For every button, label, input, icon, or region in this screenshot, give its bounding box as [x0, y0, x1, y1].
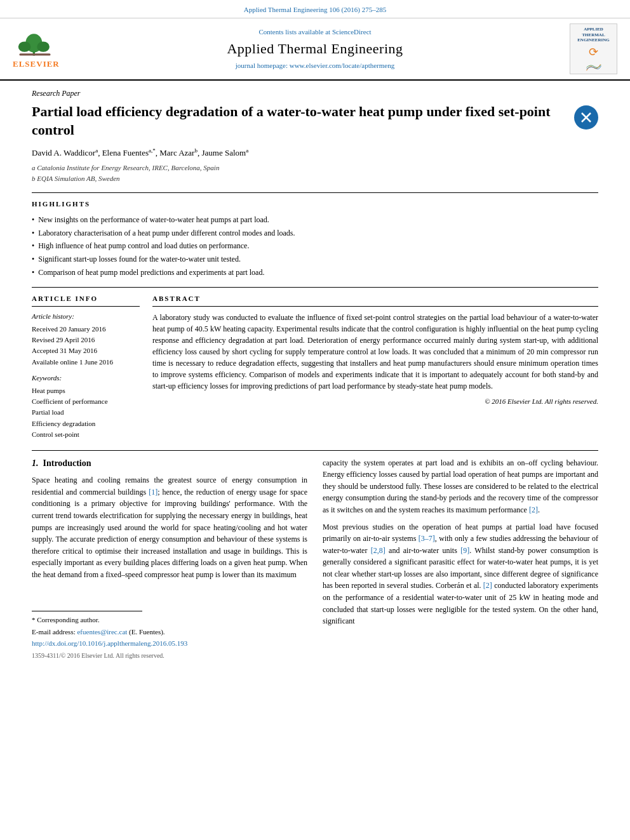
paper-title-row: Partial load efficiency degradation of a… [32, 103, 598, 139]
revised-date: Revised 29 April 2016 [32, 335, 140, 345]
journal-top-bar: Applied Thermal Engineering 106 (2016) 2… [0, 0, 630, 18]
journal-title-area: Contents lists available at ScienceDirec… [70, 27, 560, 71]
abstract-title: ABSTRACT [152, 294, 598, 307]
highlight-4: • Significant start-up losses found for … [32, 254, 598, 265]
available-date: Available online 1 June 2016 [32, 357, 140, 367]
cite-2-8: [2,8] [371, 546, 385, 555]
affiliations: a Catalonia Institute for Energy Researc… [32, 163, 598, 184]
intro-heading: 1. Introduction [32, 457, 307, 470]
footnote-email-link[interactable]: efuentes@irec.cat [77, 628, 127, 636]
crossmark-area [570, 103, 598, 130]
footnote-email-line: E-mail address: efuentes@irec.cat (E. Fu… [32, 627, 307, 637]
highlight-5: • Comparison of heat pump model predicti… [32, 267, 598, 278]
received-date: Received 20 January 2016 [32, 324, 140, 334]
highlights-section: HIGHLIGHTS • New insights on the perform… [32, 199, 598, 277]
journal-citation-link[interactable]: Applied Thermal Engineering 106 (2016) 2… [244, 6, 386, 13]
logo-box-title: APPLIED THERMAL ENGINEERING [577, 27, 610, 43]
crossmark-badge [574, 105, 598, 130]
logo-box-svg [576, 63, 611, 72]
intro-para2: capacity the system operates at part loa… [323, 457, 598, 516]
keyword-3: Partial load [32, 408, 140, 417]
authors-line: David A. Waddicora, Elena Fuentesa,*, Ma… [32, 147, 598, 159]
intro-title: Introduction [43, 458, 91, 468]
divider-after-affiliations [32, 192, 598, 193]
accepted-date: Accepted 31 May 2016 [32, 346, 140, 356]
keyword-1: Heat pumps [32, 386, 140, 396]
article-info-section: ARTICLE INFO Article history: Received 2… [32, 294, 140, 441]
footnote-area-left: * Corresponding author. E-mail address: … [32, 585, 307, 660]
issn-copyright: 1359-4311/© 2016 Elsevier Ltd. All right… [32, 651, 307, 660]
elsevier-tree-icon [13, 29, 57, 57]
bullet-3: • [32, 241, 34, 251]
journal-header: ELSEVIER Contents lists available at Sci… [0, 18, 630, 81]
elsevier-logo-area: ELSEVIER [13, 29, 70, 70]
paper-title: Partial load efficiency degradation of a… [32, 103, 570, 139]
journal-logo-box: APPLIED THERMAL ENGINEERING ⟳ [570, 23, 617, 74]
cite-2: [2] [529, 505, 538, 514]
affiliation-a: a Catalonia Institute for Energy Researc… [32, 163, 598, 173]
keyword-2: Coefficient of performance [32, 397, 140, 406]
bullet-4: • [32, 254, 34, 265]
paper-content: Research Paper Partial load efficiency d… [0, 81, 630, 672]
svg-point-3 [37, 41, 50, 51]
cite-1: [1] [149, 488, 158, 497]
introduction-section: 1. Introduction Space heating and coolin… [32, 457, 598, 660]
intro-para1: Space heating and cooling remains the gr… [32, 474, 307, 580]
abstract-text: A laboratory study was conducted to eval… [152, 312, 598, 392]
affiliation-b: b EQIA Simulation AB, Sweden [32, 174, 598, 183]
cite-corberan: [2] [483, 581, 492, 590]
divider-before-intro [32, 450, 598, 451]
svg-rect-4 [19, 53, 50, 55]
cite-3-7: [3–7] [419, 534, 435, 543]
highlights-title: HIGHLIGHTS [32, 199, 598, 209]
footnote-divider [32, 611, 142, 611]
elsevier-brand-text: ELSEVIER [13, 58, 60, 70]
abstract-copyright: © 2016 Elsevier Ltd. All rights reserved… [152, 397, 598, 406]
article-info-title: ARTICLE INFO [32, 294, 140, 307]
footnote-corresponding: * Corresponding author. [32, 615, 307, 625]
intro-para3: Most previous studies on the operation o… [323, 521, 598, 627]
highlight-1: • New insights on the performance of wat… [32, 215, 598, 225]
doi-line: http://dx.doi.org/10.1016/j.applthermale… [32, 639, 307, 648]
paper-type-label: Research Paper [32, 88, 598, 99]
intro-right-col: capacity the system operates at part loa… [323, 457, 598, 660]
contents-available-text: Contents lists available at ScienceDirec… [70, 27, 560, 37]
keywords-section: Keywords: Heat pumps Coefficient of perf… [32, 373, 140, 439]
highlight-3: • High influence of heat pump control an… [32, 241, 598, 251]
journal-logo-right: APPLIED THERMAL ENGINEERING ⟳ [560, 23, 617, 74]
journal-title: Applied Thermal Engineering [70, 39, 560, 59]
logo-box-graphic: ⟳ [589, 44, 598, 60]
sciencedirect-link[interactable]: ScienceDirect [332, 28, 372, 36]
divider-after-highlights [32, 287, 598, 288]
highlight-2: • Laboratory characterisation of a heat … [32, 228, 598, 239]
bullet-5: • [32, 267, 34, 278]
article-info-abstract-row: ARTICLE INFO Article history: Received 2… [32, 294, 598, 441]
cite-9: [9] [460, 546, 469, 555]
crossmark-icon [579, 110, 593, 124]
article-history-label: Article history: [32, 312, 140, 321]
intro-left-col: 1. Introduction Space heating and coolin… [32, 457, 307, 660]
doi-link[interactable]: http://dx.doi.org/10.1016/j.applthermale… [32, 639, 187, 647]
bullet-1: • [32, 215, 34, 225]
journal-homepage-text: journal homepage: www.elsevier.com/locat… [70, 61, 560, 70]
abstract-section: ABSTRACT A laboratory study was conducte… [152, 294, 598, 441]
bullet-2: • [32, 228, 34, 239]
svg-point-2 [18, 41, 31, 51]
keyword-4: Efficiency degradation [32, 419, 140, 429]
keyword-5: Control set-point [32, 430, 140, 439]
keywords-label: Keywords: [32, 373, 140, 383]
